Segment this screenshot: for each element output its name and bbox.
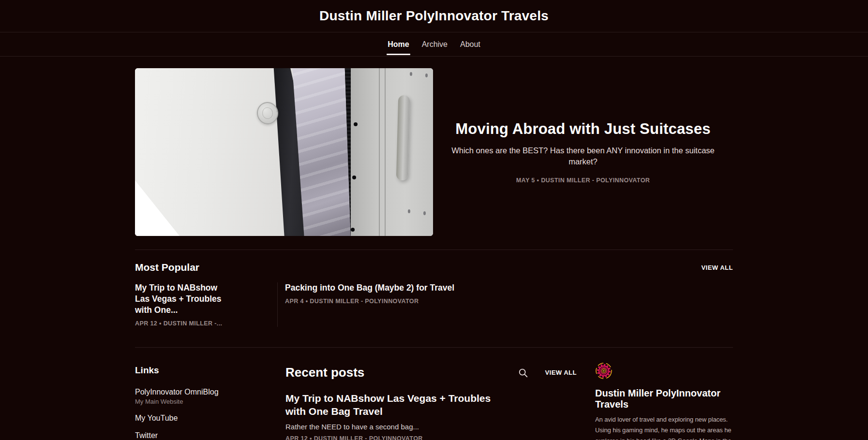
- gear-logo-icon: [595, 362, 613, 380]
- link-twitter[interactable]: Twitter: [135, 431, 158, 440]
- most-popular-view-all-link[interactable]: VIEW ALL: [701, 264, 733, 271]
- recent-post-excerpt: Rather the NEED to have a second bag...: [285, 423, 494, 431]
- popular-post-2: Packing into One Bag (Maybe 2) for Trave…: [278, 282, 733, 327]
- featured-post-text: Moving Abroad with Just Suitcases Which …: [433, 68, 733, 236]
- recent-post-thumbnail[interactable]: [499, 394, 577, 440]
- rivet: [425, 73, 428, 77]
- panel-seam: [379, 68, 380, 236]
- recent-posts-heading: Recent posts: [285, 365, 364, 380]
- section-divider: [135, 249, 733, 250]
- rivet: [423, 211, 426, 215]
- site-title[interactable]: Dustin Miller PolyInnovator Travels: [319, 8, 549, 24]
- snap-button: [354, 122, 358, 126]
- nav-item-archive[interactable]: Archive: [422, 40, 448, 49]
- site-logo[interactable]: [595, 362, 613, 380]
- most-popular-section: Most Popular VIEW ALL My Trip to NABshow…: [135, 262, 733, 327]
- link-item-youtube: My YouTube: [135, 414, 232, 423]
- link-omniblog[interactable]: PolyInnovator OmniBlog: [135, 388, 219, 396]
- section-divider: [135, 347, 733, 348]
- featured-post-image[interactable]: [135, 68, 433, 236]
- about-column: Dustin Miller PolyInnovator Travels An a…: [595, 362, 733, 440]
- popular-post-1-thumbnail[interactable]: [238, 282, 269, 316]
- about-site-title: Dustin Miller PolyInnovator Travels: [595, 388, 733, 410]
- link-youtube[interactable]: My YouTube: [135, 414, 178, 422]
- suitcase-side-panel-art: [351, 68, 433, 236]
- link-omniblog-subtitle: My Main Website: [135, 398, 232, 405]
- popular-post-1: My Trip to NABshow Las Vegas + Troubles …: [135, 282, 278, 327]
- recent-post-meta: APR 12 • DUSTIN MILLER - POLYINNOVATOR: [285, 435, 494, 440]
- snap-button: [351, 228, 355, 232]
- main-navigation: Home Archive About: [0, 32, 868, 57]
- masthead: Dustin Miller PolyInnovator Travels: [0, 0, 868, 32]
- main-content: Moving Abroad with Just Suitcases Which …: [135, 57, 733, 440]
- rivet: [410, 72, 412, 76]
- links-column: Links PolyInnovator OmniBlog My Main Web…: [135, 365, 232, 440]
- most-popular-heading: Most Popular: [135, 262, 199, 273]
- recent-posts-column: Recent posts VIEW ALL My Trip to NABshow…: [285, 365, 577, 440]
- snap-button: [352, 176, 356, 179]
- about-site-description: An avid lover of travel and exploring ne…: [595, 414, 733, 440]
- search-icon: [518, 367, 528, 378]
- popular-post-1-title[interactable]: My Trip to NABshow Las Vegas + Troubles …: [135, 283, 222, 315]
- bottom-section: Links PolyInnovator OmniBlog My Main Web…: [135, 365, 733, 440]
- link-item-omniblog: PolyInnovator OmniBlog My Main Website: [135, 388, 232, 405]
- nav-item-about[interactable]: About: [460, 40, 480, 49]
- recent-post-title[interactable]: My Trip to NABshow Las Vegas + Troubles …: [285, 392, 494, 418]
- featured-post: Moving Abroad with Just Suitcases Which …: [135, 68, 733, 236]
- recent-view-all-link[interactable]: VIEW ALL: [545, 369, 577, 376]
- links-heading: Links: [135, 365, 232, 376]
- featured-post-title[interactable]: Moving Abroad with Just Suitcases: [455, 120, 710, 138]
- panel-seam: [385, 68, 386, 236]
- popular-post-1-meta: APR 12 • DUSTIN MILLER -...: [135, 320, 231, 327]
- suitcase-handle-art: [396, 95, 410, 181]
- recent-post: My Trip to NABshow Las Vegas + Troubles …: [285, 392, 577, 440]
- blog-homepage: Dustin Miller PolyInnovator Travels Home…: [0, 0, 868, 440]
- search-button[interactable]: [518, 367, 528, 378]
- rivet: [408, 209, 410, 213]
- popular-post-2-title[interactable]: Packing into One Bag (Maybe 2) for Trave…: [285, 283, 454, 293]
- featured-post-subtitle: Which ones are the BEST? Has there been …: [443, 145, 723, 167]
- nav-item-home[interactable]: Home: [388, 40, 409, 49]
- popular-post-2-meta: APR 4 • DUSTIN MILLER - POLYINNOVATOR: [285, 298, 733, 305]
- link-item-twitter: Twitter Contact Me!: [135, 431, 232, 440]
- featured-post-meta: MAY 5 • DUSTIN MILLER - POLYINNOVATOR: [516, 177, 650, 184]
